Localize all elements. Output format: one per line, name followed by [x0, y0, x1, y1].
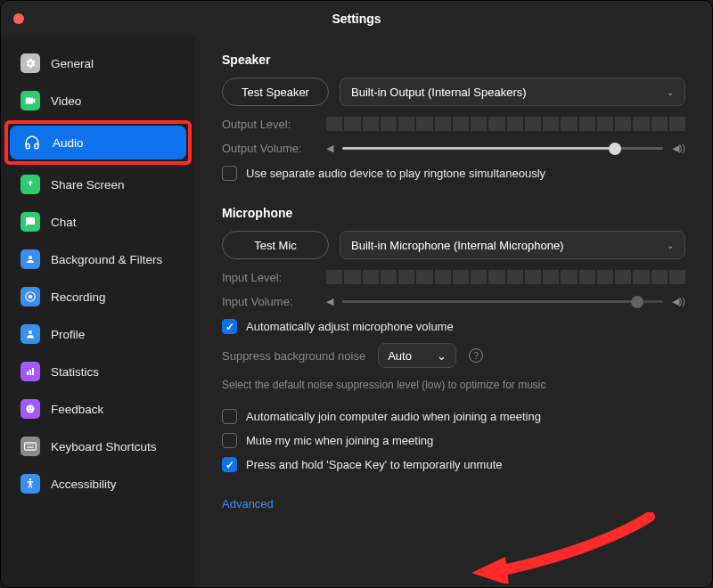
sidebar-item-label: Audio [53, 136, 84, 150]
auto-adjust-mic-checkbox[interactable] [222, 319, 237, 334]
svg-rect-5 [29, 370, 31, 375]
separate-ringtone-label: Use separate audio device to play ringto… [246, 167, 545, 180]
arrow-annotation [471, 512, 659, 584]
highlight-annotation: Audio [4, 120, 192, 165]
sidebar-item-label: Chat [51, 216, 77, 229]
sidebar-item-statistics[interactable]: Statistics [8, 355, 188, 388]
test-mic-button[interactable]: Test Mic [222, 231, 329, 259]
sidebar-item-accessibility[interactable]: Accessibility [8, 467, 188, 501]
auto-join-audio-checkbox[interactable] [222, 409, 237, 424]
background-icon [20, 249, 40, 269]
chat-icon [20, 212, 40, 232]
output-level-label: Output Level: [222, 118, 316, 131]
microphone-heading: Microphone [222, 206, 685, 220]
separate-ringtone-checkbox[interactable] [222, 166, 237, 181]
sidebar-item-chat[interactable]: Chat [8, 205, 188, 239]
svg-rect-15 [28, 447, 34, 448]
speaker-device-select[interactable]: Built-in Output (Internal Speakers) ⌄ [340, 78, 685, 106]
settings-window: Settings General Video [0, 0, 713, 588]
sidebar-item-feedback[interactable]: Feedback [8, 392, 188, 426]
advanced-link[interactable]: Advanced [222, 497, 274, 510]
sidebar-item-label: Recording [51, 290, 106, 304]
sidebar-item-background-filters[interactable]: Background & Filters [8, 242, 188, 276]
volume-high-icon: ◀)) [672, 143, 685, 154]
volume-low-icon: ◀ [326, 296, 333, 307]
recording-icon [20, 287, 40, 306]
svg-rect-4 [27, 372, 29, 375]
mute-on-join-label: Mute my mic when joining a meeting [246, 434, 433, 447]
profile-icon [20, 324, 40, 344]
sidebar-item-video[interactable]: Video [8, 84, 188, 118]
input-level-meter [326, 270, 685, 284]
help-icon[interactable]: ? [469, 348, 483, 363]
sidebar-item-label: Share Screen [51, 178, 125, 192]
feedback-icon [20, 399, 40, 419]
svg-point-9 [31, 407, 33, 409]
mute-on-join-checkbox[interactable] [222, 433, 237, 448]
input-volume-label: Input Volume: [222, 295, 316, 308]
chevron-down-icon: ⌄ [437, 349, 447, 363]
titlebar: Settings [1, 1, 712, 37]
sidebar-item-keyboard-shortcuts[interactable]: Keyboard Shortcuts [8, 429, 188, 463]
chevron-down-icon: ⌄ [667, 241, 674, 250]
svg-point-7 [27, 405, 35, 413]
output-volume-slider[interactable] [342, 147, 663, 150]
svg-rect-10 [25, 443, 37, 450]
svg-point-2 [29, 295, 33, 299]
input-level-label: Input Level: [222, 271, 316, 284]
output-level-meter [326, 117, 685, 131]
sidebar-item-share-screen[interactable]: Share Screen [8, 167, 188, 201]
suppress-noise-select[interactable]: Auto ⌄ [378, 343, 456, 368]
sidebar-item-label: Accessibility [51, 478, 117, 491]
sidebar-item-label: Background & Filters [51, 253, 162, 266]
volume-high-icon: ◀)) [672, 296, 685, 307]
sidebar-item-label: Statistics [51, 365, 99, 379]
svg-marker-17 [471, 557, 509, 584]
sidebar-item-label: General [51, 57, 94, 70]
mic-device-select[interactable]: Built-in Microphone (Internal Microphone… [340, 231, 685, 259]
share-screen-icon [20, 175, 40, 194]
input-volume-slider[interactable] [342, 300, 663, 303]
svg-point-3 [29, 331, 32, 334]
speaker-heading: Speaker [222, 53, 685, 67]
gear-icon [20, 53, 40, 73]
window-title: Settings [1, 12, 712, 26]
svg-point-16 [29, 478, 31, 480]
window-body: General Video Audio [1, 37, 712, 587]
sidebar-item-recording[interactable]: Recording [8, 280, 188, 314]
auto-adjust-mic-label: Automatically adjust microphone volume [246, 320, 454, 333]
space-unmute-label: Press and hold 'Space Key' to temporaril… [246, 458, 503, 471]
svg-rect-6 [32, 368, 34, 375]
close-window-button[interactable] [13, 13, 24, 24]
auto-join-audio-label: Automatically join computer audio when j… [246, 410, 541, 423]
video-icon [20, 91, 40, 110]
speaker-device-value: Built-in Output (Internal Speakers) [351, 86, 527, 99]
space-unmute-checkbox[interactable] [222, 457, 237, 472]
sidebar-item-profile[interactable]: Profile [8, 317, 188, 351]
svg-point-0 [29, 256, 32, 259]
sidebar-item-audio[interactable]: Audio [10, 126, 186, 159]
sidebar-item-label: Feedback [51, 403, 103, 416]
suppress-noise-value: Auto [388, 349, 412, 363]
keyboard-icon [20, 437, 40, 456]
suppress-noise-label: Suppress background noise [222, 349, 365, 363]
chevron-down-icon: ⌄ [667, 87, 674, 97]
svg-point-8 [29, 407, 30, 409]
sidebar-item-label: Video [51, 94, 81, 108]
mic-device-value: Built-in Microphone (Internal Microphone… [351, 239, 563, 252]
headphones-icon [22, 133, 42, 152]
svg-rect-13 [30, 445, 31, 445]
sidebar-item-general[interactable]: General [8, 46, 188, 80]
test-speaker-button[interactable]: Test Speaker [222, 78, 329, 106]
sidebar-item-label: Keyboard Shortcuts [51, 440, 157, 453]
volume-low-icon: ◀ [326, 143, 333, 154]
audio-settings-panel: Speaker Test Speaker Built-in Output (In… [195, 37, 712, 587]
suppress-noise-help-text: Select the default noise suppression lev… [222, 379, 685, 391]
statistics-icon [20, 362, 40, 381]
window-controls [13, 13, 24, 24]
svg-rect-11 [26, 445, 27, 445]
svg-rect-14 [32, 445, 33, 445]
accessibility-icon [20, 474, 40, 494]
output-volume-label: Output Volume: [222, 142, 316, 155]
sidebar: General Video Audio [1, 37, 195, 587]
